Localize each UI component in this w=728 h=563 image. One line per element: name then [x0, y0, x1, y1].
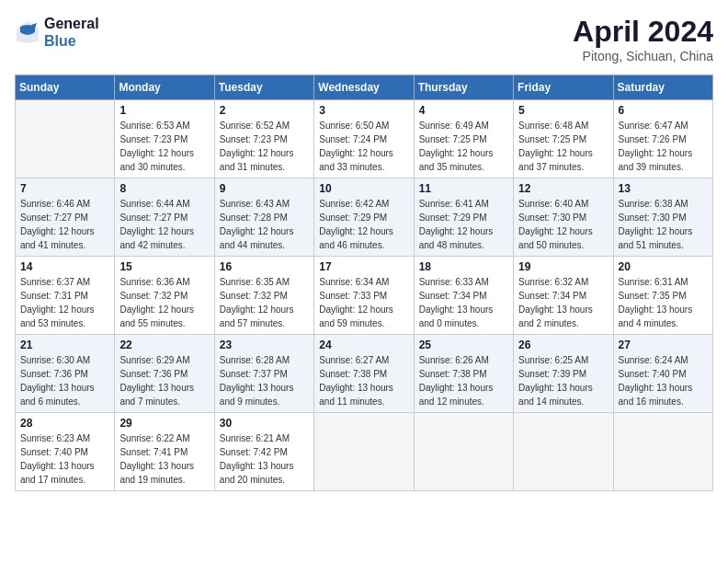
day-info: Sunrise: 6:50 AMSunset: 7:24 PMDaylight:… — [319, 119, 408, 174]
day-info: Sunrise: 6:35 AMSunset: 7:32 PMDaylight:… — [220, 275, 309, 330]
logo-text: General Blue — [44, 15, 99, 50]
calendar-week-row: 1Sunrise: 6:53 AMSunset: 7:23 PMDaylight… — [16, 100, 713, 178]
day-number: 20 — [619, 260, 708, 273]
day-info: Sunrise: 6:37 AMSunset: 7:31 PMDaylight:… — [20, 275, 109, 330]
day-number: 30 — [220, 417, 309, 430]
calendar-cell — [613, 413, 712, 491]
calendar-cell — [16, 100, 115, 178]
calendar-cell: 27Sunrise: 6:24 AMSunset: 7:40 PMDayligh… — [613, 335, 712, 413]
header-cell-friday: Friday — [514, 75, 613, 100]
day-number: 1 — [119, 104, 209, 117]
day-number: 23 — [220, 339, 309, 351]
day-info: Sunrise: 6:30 AMSunset: 7:36 PMDaylight:… — [20, 353, 109, 408]
day-number: 22 — [119, 339, 209, 351]
calendar-cell: 25Sunrise: 6:26 AMSunset: 7:38 PMDayligh… — [414, 335, 513, 413]
logo-general: General — [44, 15, 99, 32]
day-info: Sunrise: 6:28 AMSunset: 7:37 PMDaylight:… — [220, 353, 309, 408]
calendar-header-row: SundayMondayTuesdayWednesdayThursdayFrid… — [16, 75, 713, 100]
day-info: Sunrise: 6:29 AMSunset: 7:36 PMDaylight:… — [119, 353, 209, 408]
calendar-cell: 9Sunrise: 6:43 AMSunset: 7:28 PMDaylight… — [214, 178, 313, 257]
calendar-cell: 16Sunrise: 6:35 AMSunset: 7:32 PMDayligh… — [214, 257, 313, 335]
day-info: Sunrise: 6:53 AMSunset: 7:23 PMDaylight:… — [119, 119, 209, 174]
day-number: 25 — [419, 339, 508, 351]
calendar-table: SundayMondayTuesdayWednesdayThursdayFrid… — [15, 75, 713, 491]
day-number: 3 — [319, 104, 408, 117]
day-info: Sunrise: 6:27 AMSunset: 7:38 PMDaylight:… — [319, 353, 408, 408]
day-number: 27 — [619, 339, 708, 351]
calendar-cell: 3Sunrise: 6:50 AMSunset: 7:24 PMDaylight… — [314, 100, 414, 178]
day-number: 14 — [20, 260, 109, 273]
day-number: 4 — [419, 104, 508, 117]
calendar-cell: 23Sunrise: 6:28 AMSunset: 7:37 PMDayligh… — [214, 335, 313, 413]
day-info: Sunrise: 6:48 AMSunset: 7:25 PMDaylight:… — [518, 119, 608, 174]
calendar-cell — [514, 413, 613, 491]
day-info: Sunrise: 6:26 AMSunset: 7:38 PMDaylight:… — [419, 353, 508, 408]
day-info: Sunrise: 6:22 AMSunset: 7:41 PMDaylight:… — [119, 431, 209, 487]
calendar-cell: 20Sunrise: 6:31 AMSunset: 7:35 PMDayligh… — [613, 257, 712, 335]
day-info: Sunrise: 6:42 AMSunset: 7:29 PMDaylight:… — [319, 197, 408, 252]
day-number: 29 — [119, 417, 209, 430]
calendar-cell: 7Sunrise: 6:46 AMSunset: 7:27 PMDaylight… — [16, 178, 115, 257]
header-cell-wednesday: Wednesday — [314, 75, 414, 100]
calendar-cell: 12Sunrise: 6:40 AMSunset: 7:30 PMDayligh… — [514, 178, 613, 257]
calendar-cell: 29Sunrise: 6:22 AMSunset: 7:41 PMDayligh… — [115, 413, 214, 491]
day-info: Sunrise: 6:31 AMSunset: 7:35 PMDaylight:… — [619, 275, 708, 330]
calendar-title: April 2024 — [573, 15, 713, 49]
calendar-cell: 18Sunrise: 6:33 AMSunset: 7:34 PMDayligh… — [414, 257, 513, 335]
day-number: 7 — [20, 182, 109, 195]
header-cell-saturday: Saturday — [613, 75, 712, 100]
day-info: Sunrise: 6:52 AMSunset: 7:23 PMDaylight:… — [220, 119, 309, 174]
calendar-cell: 2Sunrise: 6:52 AMSunset: 7:23 PMDaylight… — [214, 100, 313, 178]
day-info: Sunrise: 6:32 AMSunset: 7:34 PMDaylight:… — [518, 275, 608, 330]
day-info: Sunrise: 6:23 AMSunset: 7:40 PMDaylight:… — [20, 431, 109, 487]
calendar-cell: 5Sunrise: 6:48 AMSunset: 7:25 PMDaylight… — [514, 100, 613, 178]
header: General Blue April 2024 Pitong, Sichuan,… — [15, 15, 713, 63]
calendar-cell: 13Sunrise: 6:38 AMSunset: 7:30 PMDayligh… — [613, 178, 712, 257]
logo-blue: Blue — [44, 32, 99, 50]
day-number: 16 — [220, 260, 309, 273]
day-number: 5 — [518, 104, 608, 117]
calendar-cell: 8Sunrise: 6:44 AMSunset: 7:27 PMDaylight… — [115, 178, 214, 257]
day-info: Sunrise: 6:47 AMSunset: 7:26 PMDaylight:… — [619, 119, 708, 174]
day-info: Sunrise: 6:34 AMSunset: 7:33 PMDaylight:… — [319, 275, 408, 330]
day-info: Sunrise: 6:25 AMSunset: 7:39 PMDaylight:… — [518, 353, 608, 408]
day-number: 18 — [419, 260, 508, 273]
calendar-cell — [414, 413, 513, 491]
calendar-cell: 28Sunrise: 6:23 AMSunset: 7:40 PMDayligh… — [16, 413, 115, 491]
calendar-cell: 1Sunrise: 6:53 AMSunset: 7:23 PMDaylight… — [115, 100, 214, 178]
calendar-cell: 24Sunrise: 6:27 AMSunset: 7:38 PMDayligh… — [314, 335, 414, 413]
day-number: 21 — [20, 339, 109, 351]
day-number: 19 — [518, 260, 608, 273]
day-number: 8 — [119, 182, 209, 195]
day-info: Sunrise: 6:41 AMSunset: 7:29 PMDaylight:… — [419, 197, 508, 252]
day-info: Sunrise: 6:44 AMSunset: 7:27 PMDaylight:… — [119, 197, 209, 252]
day-number: 17 — [319, 260, 408, 273]
calendar-cell — [314, 413, 414, 491]
calendar-cell: 14Sunrise: 6:37 AMSunset: 7:31 PMDayligh… — [16, 257, 115, 335]
calendar-week-row: 7Sunrise: 6:46 AMSunset: 7:27 PMDaylight… — [16, 178, 713, 257]
calendar-cell: 30Sunrise: 6:21 AMSunset: 7:42 PMDayligh… — [214, 413, 313, 491]
logo: General Blue — [15, 15, 99, 50]
day-number: 15 — [119, 260, 209, 273]
logo-icon — [15, 19, 40, 45]
calendar-cell: 21Sunrise: 6:30 AMSunset: 7:36 PMDayligh… — [16, 335, 115, 413]
header-cell-sunday: Sunday — [16, 75, 115, 100]
day-info: Sunrise: 6:24 AMSunset: 7:40 PMDaylight:… — [619, 353, 708, 408]
header-cell-thursday: Thursday — [414, 75, 513, 100]
day-info: Sunrise: 6:38 AMSunset: 7:30 PMDaylight:… — [619, 197, 708, 252]
day-number: 24 — [319, 339, 408, 351]
header-cell-tuesday: Tuesday — [214, 75, 313, 100]
calendar-cell: 15Sunrise: 6:36 AMSunset: 7:32 PMDayligh… — [115, 257, 214, 335]
main-container: General Blue April 2024 Pitong, Sichuan,… — [0, 0, 728, 499]
day-number: 2 — [220, 104, 309, 117]
calendar-cell: 19Sunrise: 6:32 AMSunset: 7:34 PMDayligh… — [514, 257, 613, 335]
day-info: Sunrise: 6:46 AMSunset: 7:27 PMDaylight:… — [20, 197, 109, 252]
calendar-week-row: 21Sunrise: 6:30 AMSunset: 7:36 PMDayligh… — [16, 335, 713, 413]
day-info: Sunrise: 6:40 AMSunset: 7:30 PMDaylight:… — [518, 197, 608, 252]
calendar-body: 1Sunrise: 6:53 AMSunset: 7:23 PMDaylight… — [16, 100, 713, 491]
day-number: 28 — [20, 417, 109, 430]
day-number: 6 — [619, 104, 708, 117]
day-number: 13 — [619, 182, 708, 195]
day-number: 10 — [319, 182, 408, 195]
calendar-cell: 11Sunrise: 6:41 AMSunset: 7:29 PMDayligh… — [414, 178, 513, 257]
